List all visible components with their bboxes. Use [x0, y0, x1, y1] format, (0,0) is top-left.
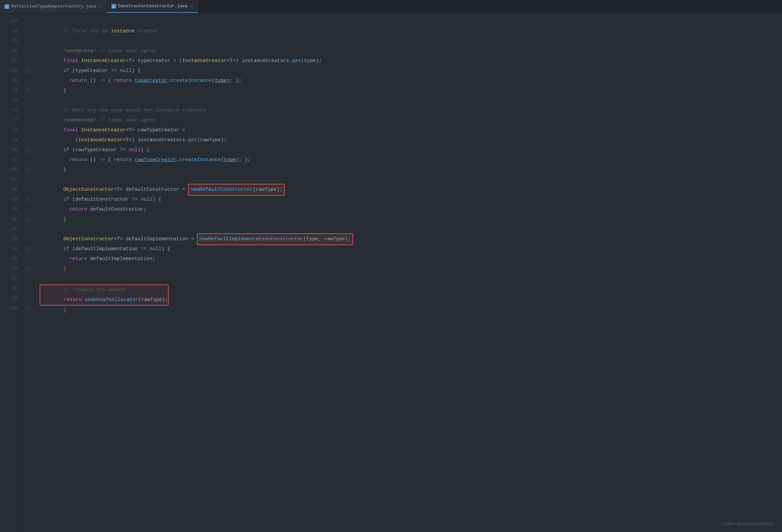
code-line-77: /unchecked/ // types must agree: [33, 115, 782, 126]
code-line-67: final InstanceCreator<T> typeCreator = (…: [33, 56, 782, 66]
code-line-90: return defaultConstructor;: [33, 205, 782, 215]
tab-close-icon[interactable]: ✕: [99, 4, 102, 9]
java-icon-2: J: [111, 4, 116, 9]
code-line-97: [33, 274, 782, 284]
code-line-74: }: [33, 86, 782, 96]
fold-icon-96[interactable]: −: [26, 267, 30, 271]
svg-text:J: J: [6, 5, 7, 8]
highlight-box-1: newDefaultConstructor(rawType);: [188, 184, 285, 196]
code-line-98: // finally try unsafe: [40, 285, 168, 295]
code-line-89: if (defaultConstructor != null) {: [33, 195, 782, 205]
code-container: // first try an instance creator /unchec…: [33, 13, 782, 532]
gutter: − − − − − − − − −: [23, 13, 33, 532]
code-line-93: ObjectConstructor<T> defaultImplementati…: [33, 234, 782, 244]
code-line-91: }: [33, 215, 782, 224]
code-content: // first try an instance creator /unchec…: [33, 13, 782, 319]
fold-icon-80[interactable]: −: [26, 148, 30, 152]
fold-icon-94[interactable]: −: [26, 247, 30, 251]
fold-icon-91[interactable]: −: [26, 217, 30, 222]
code-line-75: [33, 96, 782, 106]
code-line-69: return () -> { return typeCreator.create…: [33, 76, 782, 86]
editor-area: 63 64 65 66 67 68 69 74 75 76 77 78 79 8…: [0, 13, 782, 532]
code-line-76: // Next try raw type match for instance …: [33, 106, 782, 115]
code-line-78: final InstanceCreator<T> rawTypeCreator …: [33, 126, 782, 135]
line-numbers: 63 64 65 66 67 68 69 74 75 76 77 78 79 8…: [0, 13, 23, 532]
svg-text:J: J: [112, 5, 114, 8]
fold-icon-86[interactable]: −: [26, 168, 30, 172]
fold-icon-68[interactable]: −: [26, 69, 30, 73]
fold-icon-100[interactable]: −: [26, 306, 30, 311]
code-line-95: return defaultImplementation;: [33, 254, 782, 264]
code-line-79: (InstanceCreator<T>) instanceCreators.ge…: [33, 135, 782, 145]
code-line-68: if (typeCreator != null) {: [33, 66, 782, 76]
code-line-65: [33, 36, 782, 46]
code-line-86: }: [33, 165, 782, 175]
code-line-64: // first try an instance creator: [33, 26, 782, 36]
java-icon: J: [5, 4, 9, 9]
watermark: CSDN @xiangxiongfly915: [723, 521, 773, 526]
code-line-66: /unchecked/ // types must agree: [33, 46, 782, 56]
code-line-100: }: [33, 306, 782, 316]
highlight-box-3: // finally try unsafe return newUnsafeAl…: [40, 284, 169, 306]
code-line-87: [33, 175, 782, 185]
code-line-81: return () -> { return rawTypeCreator.cre…: [33, 155, 782, 165]
code-line-99: return newUnsafeAllocator(rawType);: [40, 295, 168, 305]
code-line-94: if (defaultImplementation != null) {: [33, 244, 782, 254]
tab-bar: J ReflectiveTypeAdapterFactory.java ✕ J …: [0, 0, 782, 13]
fold-icon-89[interactable]: −: [26, 197, 30, 202]
tab-close-icon-2[interactable]: ✕: [191, 4, 193, 9]
code-line-80: if (rawTypeCreator != null) {: [33, 145, 782, 155]
code-line-63: [33, 16, 782, 26]
fold-icon-74[interactable]: −: [26, 88, 30, 93]
code-line-96: }: [33, 264, 782, 274]
highlight-box-2: newDefaultImplementationConstructor(type…: [197, 233, 353, 245]
tab-label-2: ConstructorConstructor.java: [118, 4, 188, 9]
tab-reflective[interactable]: J ReflectiveTypeAdapterFactory.java ✕: [0, 0, 107, 13]
tab-label: ReflectiveTypeAdapterFactory.java: [11, 4, 96, 9]
code-line-88: ObjectConstructor<T> defaultConstructor …: [33, 185, 782, 195]
tab-constructor[interactable]: J ConstructorConstructor.java ✕: [107, 0, 198, 13]
code-line-92: [33, 224, 782, 234]
